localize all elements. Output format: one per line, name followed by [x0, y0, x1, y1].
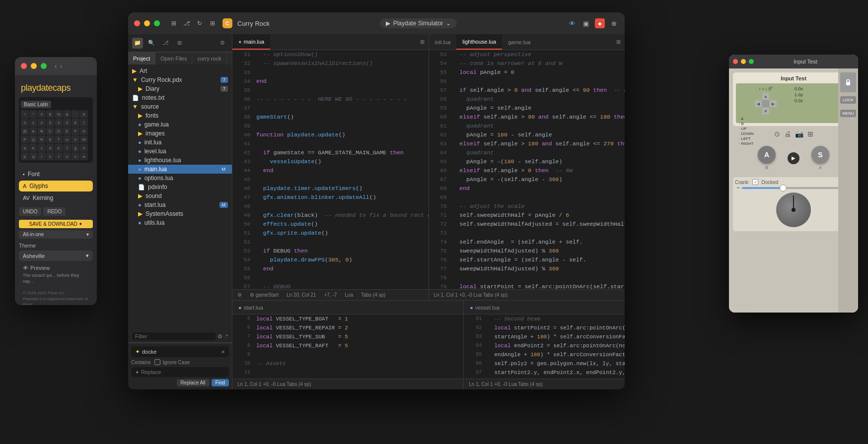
- glyph-cell[interactable]: B: [38, 127, 46, 135]
- tree-item-lighthouse[interactable]: ● lighthouse.lua: [128, 156, 232, 165]
- dpad-down[interactable]: ▼: [762, 108, 769, 115]
- fullscreen-button[interactable]: [41, 63, 47, 69]
- glyph-cell[interactable]: C: [46, 127, 54, 135]
- find-button[interactable]: Find: [212, 379, 229, 386]
- minimize-button[interactable]: [144, 20, 150, 26]
- sidebar-toggle-icon[interactable]: ⊞: [169, 18, 179, 28]
- search-sidebar-icon[interactable]: 🔍: [146, 38, 157, 49]
- filter-regex-icon[interactable]: .*: [224, 333, 228, 339]
- sidebar-item-font[interactable]: ▪ Font: [19, 169, 93, 180]
- close-button[interactable]: [733, 59, 738, 64]
- glyph-cell[interactable]: S: [46, 135, 54, 143]
- crank-slider-thumb[interactable]: [780, 185, 787, 191]
- s-button[interactable]: S: [811, 146, 829, 164]
- glyph-cell[interactable]: %: [55, 110, 63, 118]
- crank-dial[interactable]: [776, 192, 811, 227]
- dpad-up[interactable]: ▲: [762, 93, 769, 100]
- glyph-cell[interactable]: U: [63, 135, 71, 143]
- glyph-cell[interactable]: 4: [55, 119, 63, 127]
- files-icon[interactable]: 📁: [132, 38, 143, 49]
- glyph-cell[interactable]: 0: [21, 119, 29, 127]
- filter-input[interactable]: [132, 332, 216, 340]
- glyph-cell[interactable]: &: [63, 110, 71, 118]
- glyph-cell[interactable]: f: [63, 144, 71, 152]
- dpad-center[interactable]: [762, 100, 769, 107]
- glyph-cell[interactable]: e: [55, 144, 63, 152]
- dpad-left[interactable]: ◀: [755, 100, 762, 107]
- theme-dropdown[interactable]: Asheville ▾: [19, 251, 93, 261]
- tree-item-diary[interactable]: ▶ Diary 7: [128, 84, 232, 93]
- glyph-cell[interactable]: s: [46, 152, 54, 160]
- glyph-cell[interactable]: #: [38, 110, 46, 118]
- glyph-cell[interactable]: b: [29, 144, 37, 152]
- glyph-cell[interactable]: 5: [63, 119, 71, 127]
- tab-game-lua[interactable]: game.lua: [502, 34, 536, 50]
- glyph-cell[interactable]: w: [80, 152, 88, 160]
- glyph-cell[interactable]: V: [72, 135, 79, 143]
- tree-item-init[interactable]: ● init.lua: [128, 138, 232, 147]
- tree-item-systemassets[interactable]: ▶ SystemAssets: [128, 209, 232, 218]
- glyph-cell[interactable]: ": [29, 110, 37, 118]
- glyph-cell[interactable]: D: [55, 127, 63, 135]
- clear-search-icon[interactable]: ✕: [221, 349, 225, 355]
- dpad-right[interactable]: ▶: [770, 100, 777, 107]
- git-icon[interactable]: ⎇: [160, 38, 171, 49]
- tab-lighthouse-lua[interactable]: lighthouse.lua: [456, 34, 502, 50]
- sidebar-item-kerning[interactable]: AV Kerning: [19, 192, 93, 203]
- tree-item-options[interactable]: ● options.lua: [128, 174, 232, 183]
- glyph-cell[interactable]: E: [63, 127, 71, 135]
- minimize-button[interactable]: [741, 59, 746, 64]
- tree-item-pdxinfo[interactable]: 📄 pdxinfo: [128, 183, 232, 191]
- glyph-cell[interactable]: 1: [29, 119, 37, 127]
- glyph-cell[interactable]: F: [72, 127, 79, 135]
- close-button[interactable]: [21, 63, 27, 69]
- tree-item-game[interactable]: ● game.lua: [128, 120, 232, 129]
- glyph-cell[interactable]: $: [46, 110, 54, 118]
- glyph-cell[interactable]: 2: [38, 119, 46, 127]
- tab-init-lua[interactable]: init.lua: [429, 34, 457, 50]
- glyph-cell[interactable]: t: [55, 152, 63, 160]
- glyph-cell[interactable]: 3: [46, 119, 54, 127]
- a-button[interactable]: A: [758, 146, 776, 164]
- lock-button[interactable]: LOCK: [840, 96, 856, 104]
- search-input[interactable]: [142, 349, 219, 355]
- undo-button[interactable]: UNDO: [19, 207, 41, 216]
- sidebar-item-glyphs[interactable]: A Glyphs: [19, 181, 93, 191]
- extensions-icon[interactable]: ⊞: [174, 38, 185, 49]
- replace-input[interactable]: [141, 369, 225, 375]
- glyph-cell[interactable]: a: [21, 144, 29, 152]
- glyph-cell[interactable]: @: [21, 127, 29, 135]
- glyph-cell[interactable]: S: [80, 110, 88, 118]
- tree-item-notes[interactable]: 📄 notes.txt: [128, 93, 232, 102]
- terminal-icon[interactable]: ▣: [581, 18, 591, 28]
- crank-slider-track[interactable]: [742, 187, 845, 189]
- glyph-cell[interactable]: g: [72, 144, 79, 152]
- branch-icon[interactable]: ⎇: [182, 18, 192, 28]
- glyph-cell[interactable]: 7: [80, 119, 88, 127]
- glyph-cell[interactable]: r: [38, 152, 46, 160]
- replace-all-button[interactable]: Replace All: [177, 379, 210, 386]
- glyph-cell[interactable]: ': [72, 110, 79, 118]
- glyph-cell[interactable]: Q: [29, 135, 37, 143]
- tree-item-source[interactable]: ▼ source: [128, 102, 232, 111]
- ignore-case-checkbox[interactable]: [154, 359, 160, 365]
- tree-item-utils[interactable]: ● utils.lua: [128, 218, 232, 227]
- glyph-cell[interactable]: 6: [72, 119, 79, 127]
- forward-arrow-icon[interactable]: ›: [60, 62, 63, 70]
- tree-item-level[interactable]: ● level.lua: [128, 147, 232, 156]
- filter-settings-icon[interactable]: ⚙: [217, 333, 222, 340]
- crank-docked-checkbox[interactable]: ✓: [752, 179, 758, 185]
- glyph-cell[interactable]: G: [80, 127, 88, 135]
- tree-item-fonts[interactable]: ▶ fonts: [128, 111, 232, 120]
- tree-item-sound[interactable]: ▶ sound: [128, 191, 232, 200]
- glyph-cell[interactable]: q: [29, 152, 37, 160]
- sync-icon[interactable]: ↻: [195, 18, 205, 28]
- grid-icon[interactable]: ⊞: [208, 18, 217, 28]
- back-arrow-icon[interactable]: ‹: [55, 62, 57, 70]
- expand-icon[interactable]: ⊕: [609, 18, 619, 28]
- play-button[interactable]: ▶: [788, 152, 799, 164]
- minimize-button[interactable]: [31, 63, 37, 69]
- menu-button[interactable]: MENU: [840, 110, 856, 117]
- glyph-cell[interactable]: d: [46, 144, 54, 152]
- glyph-cell[interactable]: T: [55, 135, 63, 143]
